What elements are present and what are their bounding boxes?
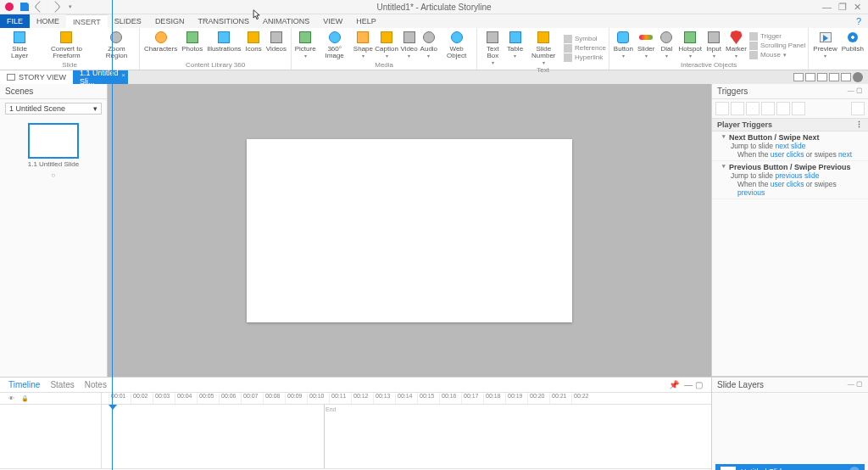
menu-file[interactable]: FILE [0,14,30,28]
menu-slides[interactable]: SLIDES [108,14,148,28]
story-view-tab[interactable]: STORY VIEW [0,70,73,84]
minimize-button[interactable]: — [822,2,832,13]
illustrations-button[interactable]: Illustrations [205,30,242,61]
trg-copy[interactable] [731,102,744,115]
slide-thumbnail[interactable] [28,123,79,159]
preview-button[interactable]: Preview▾ [811,30,838,61]
menu-home[interactable]: HOME [30,14,66,28]
hyperlink-button[interactable]: Hyperlink [564,53,606,62]
trg-new[interactable] [715,102,729,115]
menu-insert[interactable]: INSERT [66,14,108,28]
caption-button[interactable]: Caption▾ [375,30,399,61]
hotspot-button[interactable]: Hotspot▾ [676,30,704,61]
menu-animations[interactable]: ANIMATIONS [256,14,316,28]
publish-button[interactable]: Publish [840,30,865,61]
tab-notes[interactable]: Notes [85,380,107,389]
storyview-icon [7,74,15,81]
close-button[interactable]: ✕ [854,2,861,13]
menu-view[interactable]: VIEW [316,14,349,28]
prev-slide-link[interactable]: previous slide [775,171,819,180]
slide-number-button[interactable]: Slide Number▾ [525,30,563,66]
layer-gear-icon[interactable] [849,467,860,470]
view-5[interactable] [841,73,851,81]
qat-dropdown[interactable]: ▾ [64,1,76,13]
slide-thumb-label: 1.1 Untitled Slide [0,160,107,168]
icons-button[interactable]: Icons [244,30,264,61]
view-3[interactable] [817,73,827,81]
convert-freeform-button[interactable]: Convert to Freeform [37,30,96,61]
view-2[interactable] [805,73,815,81]
undo-button[interactable] [34,1,46,13]
ruler-tick: 00:12 [351,393,373,404]
button-button[interactable]: Button▾ [612,30,635,61]
view-4[interactable] [829,73,839,81]
zoom-region-button[interactable]: Zoom Region [97,30,136,61]
trg-del[interactable] [792,102,805,115]
tab-timeline[interactable]: Timeline [8,380,40,389]
input-button[interactable]: Input▾ [704,30,723,61]
trigger-icon [749,32,758,41]
ruler-tick: 00:07 [241,393,263,404]
trigger-prev[interactable]: Previous Button / Swipe Previous Jump to… [712,161,868,199]
chevron-down-icon: ▾ [93,104,97,113]
table-button[interactable]: Table▾ [506,30,523,66]
slider-button[interactable]: Slider▾ [636,30,656,61]
menu-help[interactable]: HELP [349,14,383,28]
view-1[interactable] [793,73,804,81]
base-layer-row[interactable]: Untitled Slide (Base Layer) [715,464,865,470]
end-marker[interactable] [324,405,325,468]
slide-canvas[interactable] [247,139,572,322]
view-settings-icon[interactable] [853,72,863,82]
symbol-button[interactable]: Symbol [564,35,606,43]
timeline-tabs: Timeline States Notes 📌— ▢ [0,378,711,393]
tl-pin-icon[interactable]: 📌 [669,380,679,389]
undo-icon [34,1,46,13]
trigger-button[interactable]: Trigger [749,32,805,41]
trigger-next[interactable]: Next Button / Swipe Next Jump to slide n… [712,131,868,161]
characters-button[interactable]: Characters [142,30,179,61]
slide-tab[interactable]: 1.1 Untitled Sli...× [73,70,128,84]
close-tab-icon[interactable]: × [121,71,125,79]
trg-paste[interactable] [746,102,760,115]
ruler-tick: 00:14 [395,393,417,404]
video-button[interactable]: Video▾ [399,30,418,61]
dial-button[interactable]: Dial▾ [657,30,676,61]
menu-transitions[interactable]: TRANSITIONS [191,14,256,28]
scrolling-panel-button[interactable]: Scrolling Panel [749,42,805,50]
video-icon [403,31,415,43]
next-slide-link[interactable]: next slide [775,142,805,150]
save-button[interactable] [19,1,31,13]
lock-icon[interactable]: 🔒 [21,395,29,402]
ruler-tick: 00:10 [307,393,329,404]
mouse-button[interactable]: Mouse ▾ [749,51,805,59]
videos-button[interactable]: Videos [264,30,288,61]
marker-button[interactable]: Marker▾ [724,30,748,61]
table-icon [509,31,521,43]
tab-states[interactable]: States [50,380,74,389]
tl-menu-icon[interactable]: — ▢ [684,380,703,389]
hotspot-icon [684,31,696,43]
picture-button[interactable]: Picture▾ [294,30,316,61]
audio-button[interactable]: Audio▾ [420,30,438,61]
help-icon[interactable]: ? [854,14,868,28]
trg-up[interactable] [761,102,775,115]
reference-button[interactable]: Reference [564,44,606,53]
shape-button[interactable]: Shape▾ [353,30,374,61]
web-object-button[interactable]: Web Object [439,30,474,61]
triggers-header: Triggers— ▢ [712,84,868,99]
trg-down[interactable] [776,102,790,115]
slide-layer-button[interactable]: Slide Layer [3,30,36,61]
timeline-body[interactable]: End [0,405,711,468]
image360-button[interactable]: 360° Image [317,30,352,61]
eye-icon[interactable]: 👁 [8,395,14,401]
trg-vars[interactable] [851,102,865,115]
photos-button[interactable]: Photos [180,30,204,61]
maximize-button[interactable]: ❐ [838,2,847,13]
ruler-tick: 00:11 [329,393,351,404]
app-icon [5,3,14,11]
redo-button[interactable] [49,1,61,13]
text-box-button[interactable]: Text Box▾ [480,30,505,66]
menu-design[interactable]: DESIGN [148,14,192,28]
ruler-tick: 00:22 [571,393,593,404]
scene-select[interactable]: 1 Untitled Scene▾ [5,103,102,115]
